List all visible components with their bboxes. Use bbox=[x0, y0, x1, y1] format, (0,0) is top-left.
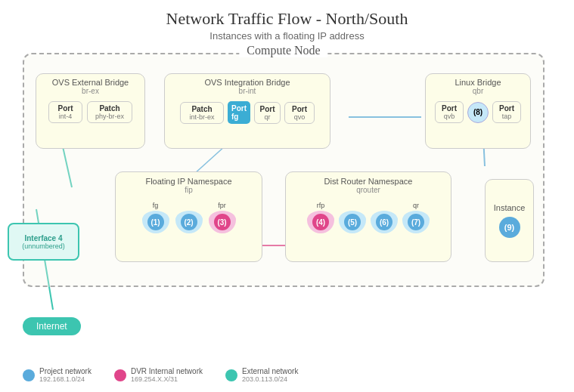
linux-br-sublabel: qbr bbox=[426, 87, 530, 95]
port-qvo: Port qvo bbox=[284, 102, 315, 124]
port-tap: Port tap bbox=[492, 101, 521, 123]
internet-bubble: Internet bbox=[23, 317, 81, 335]
port-qr-top: Port qr bbox=[254, 102, 281, 124]
page-title: Network Traffic Flow - North/South bbox=[0, 9, 574, 29]
legend-project-sub: 192.168.1.0/24 bbox=[39, 375, 92, 383]
fip-ns-sublabel: fip bbox=[116, 186, 262, 194]
legend: Project network 192.168.1.0/24 DVR Inter… bbox=[23, 367, 298, 383]
port-qvb: Port qvb bbox=[435, 101, 464, 123]
fip-namespace: Floating IP Namespace fip fg (1) (2) fpr… bbox=[115, 171, 262, 262]
port-8: (8) bbox=[467, 102, 489, 123]
linux-bridge: Linux Bridge qbr Port qvb (8) Port tap bbox=[425, 73, 531, 149]
dr-port-5: (5) bbox=[339, 211, 366, 233]
port-patch-phy: Patch phy-br-ex bbox=[87, 101, 132, 123]
instance-label: Instance bbox=[494, 203, 526, 212]
fip-fg-port: fg (1) bbox=[142, 202, 169, 233]
compute-node-label: Compute Node bbox=[239, 44, 327, 57]
ovs-ext-label: OVS External Bridge bbox=[36, 78, 144, 87]
instance-box: Instance (9) bbox=[485, 179, 534, 262]
ovs-int-bridge: OVS Integration Bridge br-int Patch int-… bbox=[164, 73, 330, 149]
fip-port-2: (2) bbox=[175, 211, 203, 233]
legend-ext-label: External network bbox=[242, 367, 298, 375]
dr-rfp-port: rfp (4) bbox=[307, 202, 334, 233]
legend-dvr-sub: 169.254.X.X/31 bbox=[131, 375, 203, 383]
legend-ext-sub: 203.0.113.0/24 bbox=[242, 375, 298, 383]
internet-label: Internet bbox=[36, 321, 67, 332]
linux-br-label: Linux Bridge bbox=[426, 78, 530, 87]
interface4-label: Interface 4 bbox=[24, 234, 62, 242]
ovs-int-sublabel: br-int bbox=[165, 87, 330, 95]
ovs-ext-bridge: OVS External Bridge br-ex Port int-4 Pat… bbox=[36, 73, 145, 149]
legend-dot-pink bbox=[114, 369, 126, 381]
legend-item-dvr: DVR Internal network 169.254.X.X/31 bbox=[114, 367, 203, 383]
dr-ns-sublabel: qrouter bbox=[286, 186, 451, 194]
port-fg: Port fg bbox=[228, 101, 250, 124]
port-patch-int: Patch int-br-ex bbox=[180, 102, 224, 124]
instance-num: (9) bbox=[499, 217, 520, 238]
ovs-int-label: OVS Integration Bridge bbox=[165, 78, 330, 87]
legend-dot-blue bbox=[23, 369, 35, 381]
compute-node: Compute Node OVS External Bridge br-ex P… bbox=[23, 53, 545, 287]
legend-dot-teal bbox=[225, 369, 237, 381]
dr-port-6: (6) bbox=[371, 211, 398, 233]
port-int4: Port int-4 bbox=[48, 101, 82, 123]
dr-qr-port: qr (7) bbox=[402, 202, 430, 233]
legend-item-external: External network 203.0.113.0/24 bbox=[225, 367, 298, 383]
page-subtitle: Instances with a floating IP address bbox=[0, 30, 574, 42]
legend-project-label: Project network bbox=[39, 367, 92, 375]
dist-router-namespace: Dist Router Namespace qrouter rfp (4) (5… bbox=[285, 171, 451, 262]
dr-ns-label: Dist Router Namespace bbox=[286, 177, 451, 186]
fip-fpr-port: fpr (3) bbox=[209, 202, 236, 233]
ovs-ext-sublabel: br-ex bbox=[36, 87, 144, 95]
legend-item-project: Project network 192.168.1.0/24 bbox=[23, 367, 92, 383]
legend-dvr-label: DVR Internal network bbox=[131, 367, 203, 375]
fip-ns-label: Floating IP Namespace bbox=[116, 177, 262, 186]
interface4-box: Interface 4 (unnumbered) bbox=[8, 223, 79, 261]
interface4-sublabel: (unnumbered) bbox=[22, 242, 65, 250]
